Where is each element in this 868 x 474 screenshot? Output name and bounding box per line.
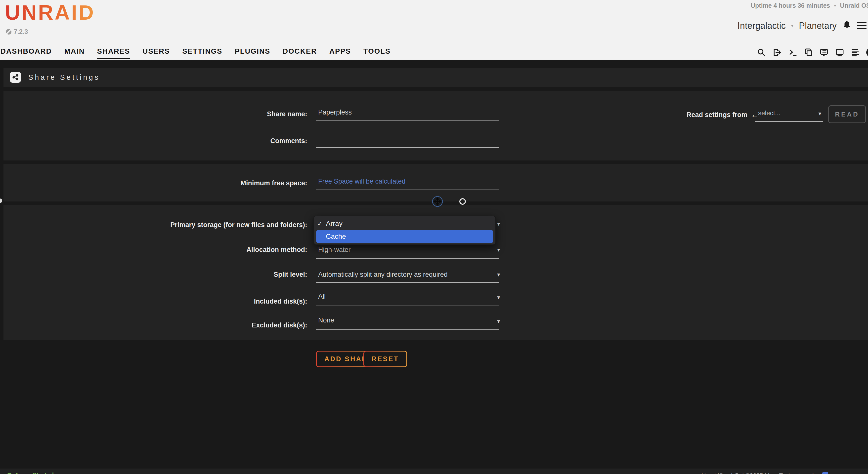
chevron-down-icon[interactable]: ▾ <box>497 294 500 301</box>
version-label: 7.2.3 <box>14 28 28 36</box>
dropdown-option-array[interactable]: ✓ Array <box>314 217 495 230</box>
input-underline <box>316 330 499 330</box>
page-title: Share Settings <box>28 73 100 81</box>
footer-link-icon[interactable] <box>822 472 828 474</box>
terminal-icon[interactable] <box>788 48 797 57</box>
unraid-logo: UNRAID <box>5 0 95 25</box>
split-level-select[interactable]: Automatically split any directory as req… <box>318 271 448 278</box>
primary-storage-label: Primary storage (for new files and folde… <box>0 221 307 229</box>
move-cursor-icon <box>432 196 443 208</box>
version-row: 7.2.3 <box>6 28 28 36</box>
nav-item-tools[interactable]: TOOLS <box>363 47 391 59</box>
share-name-input[interactable] <box>316 107 499 121</box>
allocation-method-label: Allocation method: <box>0 246 307 253</box>
status-green-icon <box>7 473 12 474</box>
monitor-icon[interactable] <box>835 48 844 57</box>
edge-marker-icon <box>0 199 2 203</box>
nav-item-main[interactable]: MAIN <box>64 47 85 59</box>
os-edition-label: Unraid OS Starter <box>840 2 868 9</box>
server-description: Planetary <box>799 21 837 31</box>
read-settings-select-value: select... <box>758 109 780 117</box>
nav-item-shares[interactable]: SHARES <box>97 47 130 59</box>
feedback-icon[interactable] <box>819 48 829 57</box>
notifications-bell-icon[interactable] <box>842 20 851 32</box>
chevron-down-icon: ▾ <box>818 110 821 117</box>
input-underline <box>316 282 499 283</box>
read-settings-label-row: Read settings from ← <box>686 109 759 120</box>
reset-button[interactable]: RESET <box>363 351 407 367</box>
nav-item-docker[interactable]: DOCKER <box>283 47 317 59</box>
nav-item-dashboard[interactable]: DASHBOARD <box>0 47 52 59</box>
split-level-label: Split level: <box>0 271 307 278</box>
click-ring-icon <box>459 198 466 205</box>
included-disks-label: Included disk(s): <box>0 298 307 305</box>
check-icon: ✓ <box>314 220 326 227</box>
dropdown-option-cache[interactable]: Cache <box>316 230 493 243</box>
chevron-down-icon[interactable]: ▾ <box>497 318 500 325</box>
nav-item-settings[interactable]: SETTINGS <box>182 47 222 59</box>
page-title-bar: Share Settings <box>3 68 868 87</box>
nav-item-users[interactable]: USERS <box>143 47 170 59</box>
read-settings-select[interactable]: select... ▾ <box>755 107 823 122</box>
nav-item-apps[interactable]: APPS <box>329 47 351 59</box>
primary-storage-dropdown: ✓ Array Cache <box>313 216 496 245</box>
copy-windows-icon[interactable] <box>804 48 813 57</box>
comments-label: Comments: <box>0 137 307 145</box>
read-settings-label: Read settings from <box>686 111 747 119</box>
separator-dot: • <box>791 22 794 30</box>
header: UNRAID 7.2.3 Uptime 4 hours 36 minutes •… <box>0 0 868 60</box>
min-free-space-label: Minimum free space: <box>0 179 307 187</box>
header-action-icons <box>757 47 868 58</box>
menu-hamburger-icon[interactable] <box>857 22 867 29</box>
share-name-label: Share name: <box>0 110 307 118</box>
main-nav: DASHBOARD MAIN SHARES USERS SETTINGS PLU… <box>0 47 391 59</box>
copyright-text: Unraid®webGui ©2025 Lime Technology, Inc… <box>702 472 822 474</box>
share-icon <box>10 72 21 83</box>
read-button[interactable]: READ <box>828 105 866 123</box>
chevron-down-icon[interactable]: ▾ <box>497 221 500 227</box>
comments-input[interactable] <box>316 134 499 148</box>
account-icon[interactable] <box>866 48 868 57</box>
input-underline <box>316 258 499 259</box>
uptime-label: Uptime 4 hours 36 minutes <box>751 2 830 9</box>
footer: Array Started Unraid®webGui ©2025 Lime T… <box>0 469 868 474</box>
chevron-down-icon[interactable]: ▾ <box>497 271 500 278</box>
nav-item-plugins[interactable]: PLUGINS <box>235 47 270 59</box>
min-free-space-input[interactable] <box>316 176 499 190</box>
excluded-disks-label: Excluded disk(s): <box>0 321 307 329</box>
log-icon[interactable] <box>850 48 860 57</box>
included-disks-select[interactable]: All <box>318 293 326 300</box>
input-underline <box>316 306 499 306</box>
version-status-icon <box>6 29 11 35</box>
server-name[interactable]: Intergalactic <box>738 21 786 31</box>
excluded-disks-select[interactable]: None <box>318 316 334 324</box>
array-status: Array Started <box>7 472 54 474</box>
search-icon[interactable] <box>757 48 766 57</box>
panel-share-identity <box>3 91 868 161</box>
unraid-webgui: UNRAID 7.2.3 Uptime 4 hours 36 minutes •… <box>0 0 868 474</box>
logout-icon[interactable] <box>772 48 782 57</box>
server-row: Intergalactic • Planetary <box>738 20 867 32</box>
uptime-row: Uptime 4 hours 36 minutes • Unraid OS St… <box>751 2 868 9</box>
allocation-method-select[interactable]: High-water <box>318 246 351 253</box>
separator-dot: • <box>834 2 836 9</box>
chevron-down-icon[interactable]: ▾ <box>497 246 500 253</box>
